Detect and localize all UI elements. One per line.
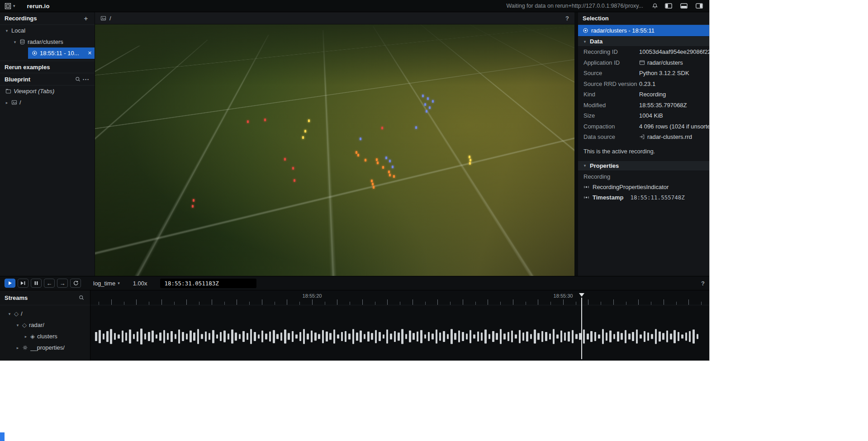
scatter-point (426, 110, 427, 113)
app-menu-button[interactable]: ▾ (5, 3, 15, 9)
tree-item-viewport-tabs[interactable]: Viewport (Tabs) (0, 85, 95, 97)
scatter-point (357, 154, 359, 156)
viewport-help-button[interactable]: ? (565, 15, 569, 22)
viewport-breadcrumb[interactable]: / (109, 15, 111, 22)
search-icon[interactable] (77, 294, 85, 302)
chevron-down-icon[interactable]: ▾ (5, 28, 9, 33)
chevron-down-icon: ▾ (583, 39, 587, 44)
add-recording-button[interactable]: + (82, 14, 90, 23)
stream-density-waveform (90, 327, 709, 346)
row-label: Modified (583, 102, 639, 109)
tree-item-root-view[interactable]: ▸ / (0, 97, 95, 108)
spatial-3d-view[interactable] (95, 24, 574, 276)
pause-button[interactable] (31, 279, 42, 288)
scatter-point (470, 159, 471, 161)
scatter-point (427, 97, 429, 100)
row-value[interactable]: radar/clusters (647, 59, 683, 66)
data-row-size: Size 1004 KiB (578, 110, 709, 121)
data-row-data-source: Data source radar-clusters.rrd (578, 132, 709, 142)
scatter-point (377, 161, 379, 164)
chevron-right-icon[interactable]: ▸ (24, 334, 28, 339)
row-value: 1004 KiB (639, 112, 709, 119)
viewport-points (95, 24, 574, 276)
properties-section-title: Properties (590, 162, 619, 169)
loop-button[interactable] (70, 279, 81, 288)
recording-icon (32, 50, 38, 56)
application-icon (639, 60, 645, 66)
app-title: rerun.io (27, 3, 50, 9)
property-label: RecordingPropertiesIndicator (593, 184, 669, 190)
row-label: Kind (583, 91, 639, 98)
tree-item-local[interactable]: ▾ Local (0, 25, 95, 36)
row-value[interactable]: radar-clusters.rrd (647, 133, 692, 140)
tree-item-app-radar-clusters[interactable]: ▾ radar/clusters (0, 36, 95, 47)
play-button[interactable] (5, 279, 15, 288)
row-value: Python 3.12.2 SDK (639, 70, 709, 76)
time-panel-help-button[interactable]: ? (701, 280, 705, 287)
chevron-right-icon[interactable]: ▸ (5, 100, 9, 105)
blueprint-title: Blueprint (5, 76, 30, 83)
scatter-point (302, 136, 304, 139)
property-row-timestamp[interactable]: Timestamp 18:55:11.555748Z (578, 192, 709, 203)
rerun-examples-section[interactable]: Rerun examples (0, 61, 95, 73)
chevron-down-icon[interactable]: ▾ (13, 40, 17, 44)
chevron-down-icon[interactable]: ▾ (15, 323, 20, 327)
timeline[interactable]: 18:55:2018:55:30 (90, 290, 709, 360)
scatter-point (308, 119, 310, 122)
entity-icon: ◇ (14, 310, 19, 317)
selection-panel-header: Selection (578, 12, 709, 25)
properties-section-header[interactable]: ▾ Properties (578, 161, 709, 171)
data-source-icon (639, 134, 645, 140)
property-value: 18:55:11.555748Z (630, 194, 684, 201)
close-recording-icon[interactable]: ✕ (88, 50, 92, 56)
more-options-icon[interactable]: ··· (82, 75, 90, 83)
data-section-title: Data (590, 38, 602, 45)
data-row-modified: Modified 18:55:35.797068Z (578, 100, 709, 111)
scatter-point (389, 160, 391, 162)
scatter-point (388, 171, 390, 173)
playback-speed[interactable]: 1.00x (133, 280, 147, 287)
selection-title: Selection (583, 15, 609, 22)
jump-to-start-button[interactable]: ← (44, 279, 55, 288)
current-time-field[interactable]: 18:55:31.051183Z (160, 279, 256, 288)
timeline-ruler[interactable]: 18:55:2018:55:30 (90, 290, 709, 305)
chevron-down-icon: ▾ (118, 281, 120, 285)
chevron-down-icon[interactable]: ▾ (7, 312, 12, 316)
time-cursor[interactable] (581, 298, 582, 359)
left-panel-toggle-icon[interactable] (663, 1, 674, 10)
stream-label: clusters (37, 333, 57, 340)
step-forward-button[interactable] (18, 279, 28, 288)
recordings-blueprint-panel: Recordings + ▾ Local ▾ radar/clusters 18 (0, 12, 95, 276)
row-value: 4 096 rows (1024 if unsorted) (639, 123, 709, 130)
timeline-selector-dropdown[interactable]: log_time ▾ (93, 280, 120, 287)
chevron-right-icon[interactable]: ▸ (15, 346, 20, 350)
property-row-indicator[interactable]: RecordingPropertiesIndicator (578, 182, 709, 192)
notifications-bell-icon[interactable] (650, 1, 660, 10)
jump-to-end-button[interactable]: → (57, 279, 68, 288)
timeline-name: log_time (93, 280, 115, 287)
app-label: radar/clusters (28, 38, 63, 45)
time-cursor-handle[interactable] (579, 293, 584, 299)
stream-item-root[interactable]: ▾ ◇ / (0, 308, 90, 319)
data-row-application-id: Application ID radar/clusters (578, 57, 709, 68)
panel-resize-gutter[interactable] (574, 12, 578, 276)
image-view-icon (11, 100, 17, 105)
recording-label: 18:55:11 - 10... (40, 50, 79, 57)
stream-item-properties[interactable]: ▸ __properties/ (0, 342, 90, 353)
tree-item-recording-selected[interactable]: 18:55:11 - 10... ✕ (28, 47, 95, 59)
stream-item-clusters[interactable]: ▸ ◈ clusters (0, 331, 90, 342)
scatter-point (284, 158, 286, 161)
stream-item-radar[interactable]: ▾ ◇ radar/ (0, 319, 90, 331)
streams-title: Streams (5, 294, 28, 301)
scatter-point (381, 127, 383, 129)
selected-recording-row[interactable]: radar/clusters - 18:55:11 (578, 25, 709, 36)
right-panel-toggle-icon[interactable] (694, 1, 705, 10)
scatter-point (389, 174, 391, 176)
ruler-time-label: 18:55:20 (303, 293, 322, 299)
search-icon[interactable] (74, 75, 82, 83)
gear-icon (22, 345, 28, 351)
data-section-header[interactable]: ▾ Data (578, 36, 709, 47)
scatter-point (469, 162, 471, 165)
entity-icon: ◇ (22, 322, 27, 328)
bottom-panel-toggle-icon[interactable] (678, 1, 689, 10)
